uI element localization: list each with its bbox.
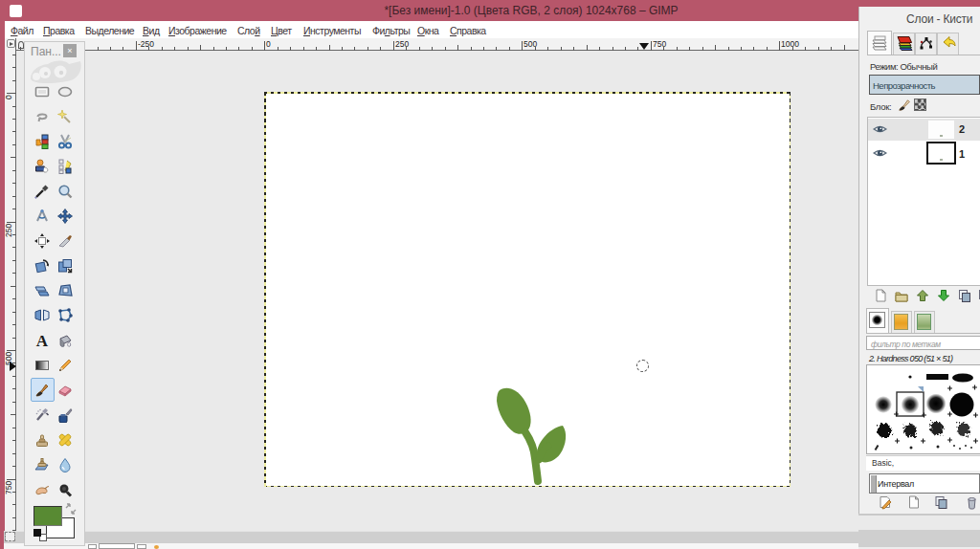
- svg-text:A: A: [36, 333, 49, 348]
